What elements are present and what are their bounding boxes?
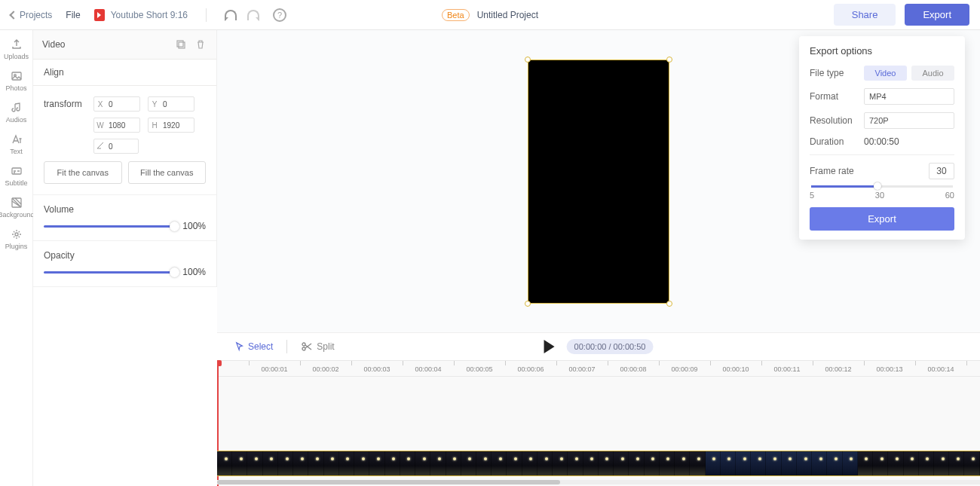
timeline-thumbnail[interactable] (583, 451, 599, 475)
timeline-thumbnail[interactable] (263, 451, 278, 475)
timeline-thumbnail[interactable] (369, 451, 384, 475)
timeline-thumbnail[interactable] (782, 451, 797, 475)
template-indicator[interactable]: Youtube Short 9:16 (94, 9, 188, 21)
file-type-audio[interactable]: Audio (911, 66, 954, 81)
projects-back[interactable]: Projects (11, 10, 52, 20)
volume-slider[interactable] (44, 225, 175, 228)
timeline-thumbnail[interactable] (706, 451, 721, 475)
rail-uploads[interactable]: Uploads (0, 38, 32, 60)
side-rail: Uploads Photos Audios Text Subtitle Back… (0, 30, 33, 486)
scrollbar-thumb[interactable] (217, 480, 560, 484)
timeline-thumbnail[interactable] (629, 451, 644, 475)
timeline-thumbnail[interactable] (217, 451, 232, 475)
select-tool[interactable]: Select (235, 341, 273, 352)
delete-icon[interactable] (194, 38, 207, 51)
timeline-thumbnail[interactable] (553, 451, 568, 475)
framerate-input[interactable]: 30 (929, 163, 954, 179)
timeline-thumbnail[interactable] (675, 451, 690, 475)
export-confirm-button[interactable]: Export (810, 207, 954, 231)
rail-plugins[interactable]: Plugins (0, 228, 32, 250)
fit-canvas-button[interactable]: Fit the canvas (44, 161, 122, 184)
project-title[interactable]: Untitled Project (477, 10, 538, 20)
rail-photos[interactable]: Photos (0, 69, 32, 92)
format-select[interactable]: MP4 (864, 88, 954, 105)
timeline-thumbnail[interactable] (324, 451, 339, 475)
video-track[interactable] (217, 451, 980, 476)
timeline-thumbnail[interactable] (827, 451, 842, 475)
transform-y-input[interactable]: Y0 (148, 96, 194, 112)
rail-subtitle[interactable]: Subtitle (0, 164, 32, 187)
svg-rect-2 (12, 168, 21, 174)
timeline-thumbnail[interactable] (690, 451, 705, 475)
timeline-thumbnail[interactable] (843, 451, 858, 475)
timeline-thumbnail[interactable] (446, 451, 461, 475)
opacity-slider[interactable] (44, 271, 175, 274)
file-menu[interactable]: File (66, 10, 80, 20)
resize-handle-tl[interactable] (525, 57, 531, 63)
fill-canvas-button[interactable]: Fill the canvas (128, 161, 207, 184)
timeline-thumbnail[interactable] (736, 451, 751, 475)
resize-handle-br[interactable] (666, 301, 672, 307)
transform-w-input[interactable]: W1080 (93, 118, 140, 133)
timeline-thumbnail[interactable] (721, 451, 736, 475)
timeline-thumbnail[interactable] (339, 451, 354, 475)
timeline-thumbnail[interactable] (293, 451, 308, 475)
timeline-thumbnail[interactable] (964, 451, 979, 475)
timeline-thumbnail[interactable] (751, 451, 766, 475)
timeline-thumbnail[interactable] (812, 451, 827, 475)
timeline-thumbnail[interactable] (247, 451, 262, 475)
timeline-thumbnail[interactable] (385, 451, 400, 475)
align-section[interactable]: Align (33, 60, 216, 86)
timeline-thumbnail[interactable] (308, 451, 323, 475)
timeline-thumbnail[interactable] (476, 451, 492, 475)
timeline-thumbnail[interactable] (949, 451, 964, 475)
timeline-thumbnail[interactable] (797, 451, 812, 475)
share-button[interactable]: Share (834, 4, 896, 26)
timeline-thumbnail[interactable] (354, 451, 369, 475)
copy-icon[interactable] (174, 38, 188, 51)
timeline-thumbnail[interactable] (568, 451, 583, 475)
transform-h-input[interactable]: H1920 (148, 118, 194, 133)
help-icon[interactable]: ? (273, 8, 286, 22)
timeline-thumbnail[interactable] (873, 451, 888, 475)
resize-handle-bl[interactable] (525, 301, 531, 307)
timeline-thumbnail[interactable] (278, 451, 293, 475)
timeline-thumbnail[interactable] (232, 451, 247, 475)
timeline-thumbnail[interactable] (400, 451, 415, 475)
rail-background[interactable]: Background (0, 196, 32, 219)
horizontal-scrollbar[interactable] (217, 480, 980, 484)
undo-icon[interactable] (225, 10, 237, 20)
timeline-thumbnail[interactable] (415, 451, 430, 475)
play-icon[interactable] (544, 340, 555, 353)
timeline-thumbnail[interactable] (614, 451, 629, 475)
video-clip-preview[interactable] (528, 60, 669, 304)
framerate-slider[interactable] (811, 185, 953, 188)
timeline-thumbnail[interactable] (766, 451, 781, 475)
resize-handle-tr[interactable] (666, 57, 672, 63)
timeline-thumbnail[interactable] (537, 451, 553, 475)
split-tool[interactable]: Split (301, 341, 334, 352)
timeline-thumbnail[interactable] (507, 451, 522, 475)
transform-x-input[interactable]: X0 (93, 96, 140, 112)
resolution-select[interactable]: 720P (864, 112, 954, 129)
timeline-thumbnail[interactable] (904, 451, 919, 475)
timeline-thumbnail[interactable] (919, 451, 934, 475)
timeline-thumbnail[interactable] (660, 451, 675, 475)
timeline-thumbnail[interactable] (645, 451, 660, 475)
file-type-video[interactable]: Video (864, 66, 907, 81)
timeline-thumbnail[interactable] (858, 451, 873, 475)
transform-rotation-input[interactable]: 0 (93, 139, 139, 154)
split-label: Split (317, 341, 334, 352)
timeline-thumbnail[interactable] (430, 451, 446, 475)
timeline-thumbnail[interactable] (492, 451, 507, 475)
timeline-thumbnail[interactable] (934, 451, 949, 475)
timeline-thumbnail[interactable] (888, 451, 903, 475)
timeline-thumbnail[interactable] (461, 451, 476, 475)
rail-audios[interactable]: Audios (0, 101, 32, 124)
timeline-thumbnail[interactable] (522, 451, 537, 475)
timeline-thumbnail[interactable] (599, 451, 614, 475)
rail-text[interactable]: Text (0, 133, 32, 155)
export-button[interactable]: Export (905, 4, 969, 26)
redo-icon[interactable] (247, 10, 259, 20)
time-ruler[interactable]: 00:00:0100:00:0200:00:0300:00:0400:00:05… (217, 360, 980, 377)
